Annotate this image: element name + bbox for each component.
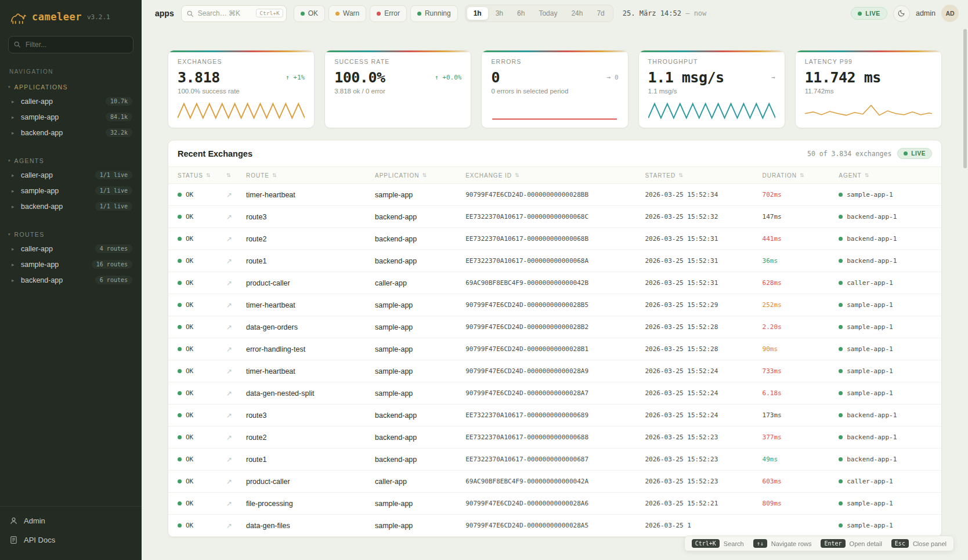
open-detail-icon[interactable]: ↗ [226,213,246,221]
column-header-status[interactable]: STATUS⇅ [178,172,226,179]
sidebar-item-admin[interactable]: Admin [0,511,142,530]
sidebar-item-label: caller-app [21,171,91,179]
sidebar-app-item-0[interactable]: ▸ caller-app 10.7k [0,93,142,109]
nav-section-header-agents[interactable]: ▾ AGENTS [0,154,142,167]
nav-section-applications: ▾ APPLICATIONS ▸ caller-app 10.7k ▸ samp… [0,81,142,140]
column-header-agent[interactable]: AGENT⇅ [839,172,932,179]
exchange-row-10[interactable]: OK ↗ route3 backend-app EE7322370A10617-… [168,404,941,427]
item-routes-badge: 16 routes [92,260,132,269]
sidebar-agent-item-1[interactable]: ▸ sample-app 1/1 live [0,183,142,198]
sidebar-item-api-docs[interactable]: API Docs [0,530,142,550]
open-detail-icon[interactable]: ↗ [226,301,246,309]
sidebar-agent-item-2[interactable]: ▸ backend-app 1/1 live [0,198,142,214]
route-cell: data-gen-orders [246,323,375,331]
open-detail-icon[interactable]: ↗ [226,191,246,199]
exchange-row-9[interactable]: OK ↗ data-gen-nested-split sample-app 90… [168,382,941,404]
exchange-id-cell: 69AC90BF8EBC4F9-000000000000042A [465,478,645,485]
column-header-expand[interactable]: ⇅ [226,172,246,178]
nav-section-header-routes[interactable]: ▾ ROUTES [0,228,142,241]
open-detail-icon[interactable]: ↗ [226,235,246,243]
exchange-id-cell: 90799F47E6CD24D-00000000000028A6 [465,500,645,507]
status-cell: OK [178,500,226,507]
open-detail-icon[interactable]: ↗ [226,279,246,287]
exchange-row-6[interactable]: OK ↗ data-gen-orders sample-app 90799F47… [168,316,941,338]
open-detail-icon[interactable]: ↗ [226,478,246,486]
exchange-row-8[interactable]: OK ↗ timer-heartbeat sample-app 90799F47… [168,360,941,382]
time-range-button-3[interactable]: Today [532,6,564,20]
status-filter-chip-2[interactable]: Error [370,5,407,22]
table-body: OK ↗ timer-heartbeat sample-app 90799F47… [168,184,941,537]
column-header-exchange-id[interactable]: EXCHANGE ID⇅ [465,172,645,179]
exchange-row-15[interactable]: OK ↗ data-gen-files sample-app 90799F47E… [168,515,941,537]
exchange-row-4[interactable]: OK ↗ product-caller caller-app 69AC90BF8… [168,272,941,294]
scrollbar-thumb[interactable] [963,29,967,168]
time-range-button-0[interactable]: 1h [467,6,489,20]
item-live-badge: 1/1 live [95,186,132,195]
column-header-application[interactable]: APPLICATION⇅ [375,172,465,179]
status-cell: OK [178,389,226,397]
sparkline-exchanges [178,100,305,122]
nav-section-header-applications[interactable]: ▾ APPLICATIONS [0,81,142,93]
status-cell: OK [178,433,226,441]
kpi-value: 1.1 msg/s [648,69,724,86]
open-detail-icon[interactable]: ↗ [226,345,246,353]
nav-section-title: APPLICATIONS [15,84,68,91]
duration-cell: 628ms [763,279,839,287]
open-detail-icon[interactable]: ↗ [226,500,246,508]
exchange-row-7[interactable]: OK ↗ error-handling-test sample-app 9079… [168,338,941,360]
column-header-duration[interactable]: DURATION⇅ [763,172,839,179]
time-range-button-4[interactable]: 24h [564,6,590,20]
time-range-button-2[interactable]: 6h [510,6,532,20]
exchange-row-11[interactable]: OK ↗ route2 backend-app EE7322370A10617-… [168,427,941,449]
agent-live-dot [839,501,843,505]
open-detail-icon[interactable]: ↗ [226,411,246,420]
kpi-card-errors: ERRORS 0 → 0 0 errors in selected period [481,50,628,128]
open-detail-icon[interactable]: ↗ [226,367,246,375]
open-detail-icon[interactable]: ↗ [226,257,246,265]
exchange-row-2[interactable]: OK ↗ route2 backend-app EE7322370A10617-… [168,228,941,250]
status-ok-dot [178,215,182,219]
open-detail-icon[interactable]: ↗ [226,323,246,331]
status-filter-chip-1[interactable]: Warn [328,5,366,22]
sidebar-app-item-1[interactable]: ▸ sample-app 84.1k [0,109,142,125]
open-detail-icon[interactable]: ↗ [226,456,246,464]
exchange-row-0[interactable]: OK ↗ timer-heartbeat sample-app 90799F47… [168,184,941,206]
column-header-started[interactable]: STARTED⇅ [645,172,762,179]
status-filter-chip-3[interactable]: Running [410,5,458,22]
duration-cell: 6.18s [763,389,839,397]
exchange-row-5[interactable]: OK ↗ timer-heartbeat sample-app 90799F47… [168,294,941,316]
nav-section-title: AGENTS [15,157,45,164]
route-cell: route2 [246,433,375,442]
exchange-row-3[interactable]: OK ↗ route1 backend-app EE7322370A10617-… [168,250,941,272]
chevron-right-icon: ▸ [12,172,16,178]
sidebar-route-item-0[interactable]: ▸ caller-app 4 routes [0,241,142,256]
sidebar-filter-input[interactable] [8,36,133,53]
keyboard-hint-3: Esc Close panel [891,539,947,548]
sidebar-agent-item-0[interactable]: ▸ caller-app 1/1 live [0,167,142,183]
open-detail-icon[interactable]: ↗ [226,433,246,442]
open-detail-icon[interactable]: ↗ [226,522,246,530]
sparkline-latency [805,100,932,122]
sidebar-route-item-2[interactable]: ▸ backend-app 6 routes [0,272,142,288]
open-detail-icon[interactable]: ↗ [226,389,246,398]
exchange-row-14[interactable]: OK ↗ file-processing sample-app 90799F47… [168,493,941,515]
application-cell: sample-app [375,191,465,199]
route-cell: product-caller [246,478,375,486]
time-range-button-5[interactable]: 7d [590,6,611,20]
exchange-row-1[interactable]: OK ↗ route3 backend-app EE7322370A10617-… [168,206,941,228]
avatar[interactable]: AD [941,5,959,22]
theme-toggle-button[interactable] [893,5,910,22]
sidebar-app-item-2[interactable]: ▸ backend-app 32.2k [0,125,142,140]
sidebar-route-item-1[interactable]: ▸ sample-app 16 routes [0,256,142,272]
kpi-title: ERRORS [491,58,618,65]
exchange-row-12[interactable]: OK ↗ route1 backend-app EE7322370A10617-… [168,449,941,471]
time-range-button-1[interactable]: 3h [489,6,510,20]
application-cell: backend-app [375,433,465,442]
column-header-route[interactable]: ROUTE⇅ [246,172,375,179]
exchange-row-13[interactable]: OK ↗ product-caller caller-app 69AC90BF8… [168,471,941,493]
moon-icon [897,9,905,17]
status-filter-chip-0[interactable]: OK [294,5,325,22]
kpi-title: LATENCY P99 [805,58,932,65]
sort-icon: ⇅ [800,172,805,178]
sort-icon: ⇅ [515,172,520,178]
